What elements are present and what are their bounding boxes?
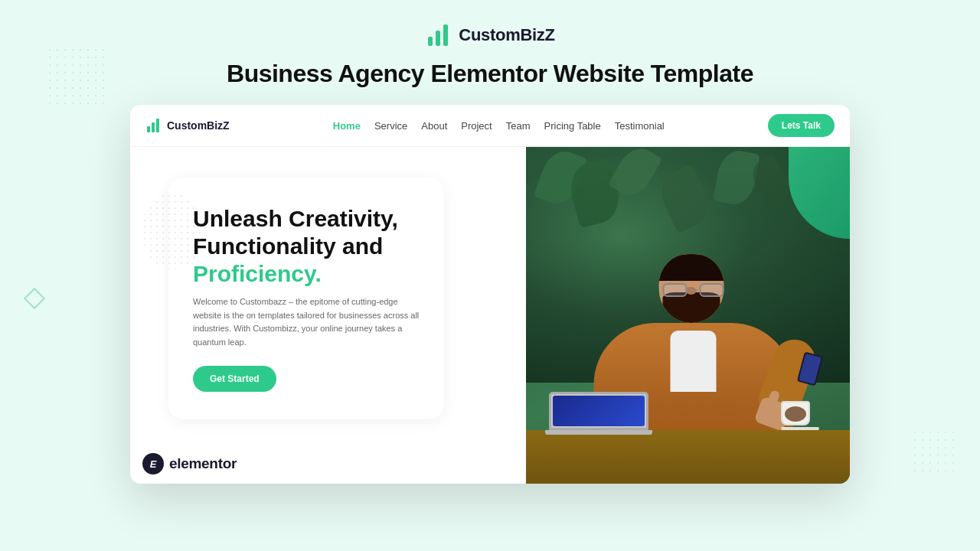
outer-header: CustomBizZ Business Agency Elementor Web… [0,0,980,105]
hero-title-highlight: Proficiency. [193,261,322,286]
nav-cta-button[interactable]: Lets Talk [768,114,835,137]
laptop [549,392,648,434]
hero-content-card: Unleash Creativity, Functionality and Pr… [168,178,444,419]
elementor-branding: E elementor [142,453,237,474]
outer-brand-name: CustomBizZ [459,25,554,45]
hero-cta-button[interactable]: Get Started [193,366,276,392]
hero-section: Unleash Creativity, Functionality and Pr… [130,147,850,484]
hero-title-line2: Functionality and [193,233,383,259]
nav-team[interactable]: Team [506,120,531,132]
person-glasses [662,283,724,297]
nav-home[interactable]: Home [333,120,361,132]
svg-rect-2 [443,24,448,46]
coffee-cup [781,401,819,430]
nav-project[interactable]: Project [461,120,492,132]
nav-brand: CustomBizZ [145,117,230,134]
nav-pricing[interactable]: Pricing Table [544,120,601,132]
hero-dots-decoration [142,193,203,269]
svg-rect-1 [436,31,440,46]
table-surface [526,430,850,484]
nav-brand-text: CustomBizZ [167,119,230,132]
hero-title-line1: Unleash Creativity, [193,206,398,231]
nav-about[interactable]: About [421,120,447,132]
svg-rect-0 [428,37,433,46]
person-head [658,254,727,327]
bg-diamond-decoration [24,288,45,309]
hero-left: Unleash Creativity, Functionality and Pr… [130,147,526,484]
hero-right-photo [526,147,850,484]
svg-rect-4 [152,122,155,132]
page-title: Business Agency Elementor Website Templa… [227,60,753,88]
nav-testimonial[interactable]: Testimonial [615,120,665,132]
bg-dots-right-decoration [911,429,957,474]
nav-logo-icon [145,117,162,134]
nav-service[interactable]: Service [374,120,407,132]
hero-title: Unleash Creativity, Functionality and Pr… [193,205,420,288]
hero-description: Welcome to Custombazz – the epitome of c… [193,295,420,349]
browser-mockup: CustomBizZ Home Service About Project Te… [130,105,850,484]
svg-rect-5 [156,119,159,132]
outer-logo-icon [425,21,452,49]
elementor-text: elementor [169,455,237,472]
outer-brand-logo: CustomBizZ [425,21,554,49]
svg-rect-3 [147,126,150,132]
nav-links: Home Service About Project Team Pricing … [333,120,665,132]
elementor-icon: E [142,453,164,474]
browser-navbar: CustomBizZ Home Service About Project Te… [130,105,850,147]
